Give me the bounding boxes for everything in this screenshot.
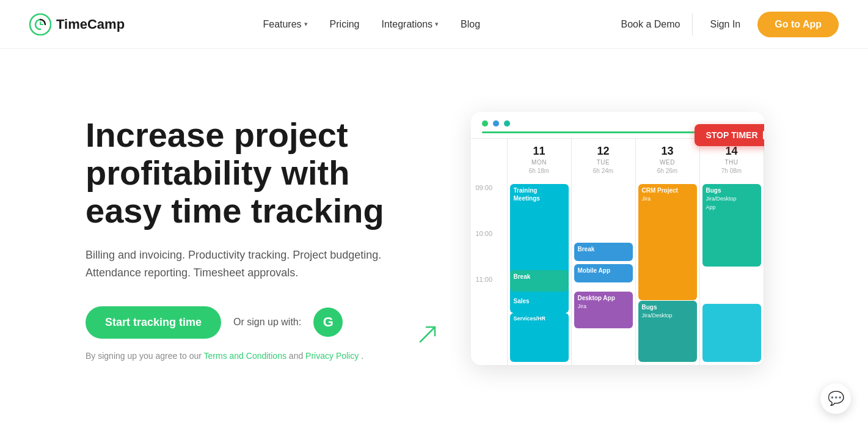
time-label-1100: 11:00 (471, 273, 507, 319)
cal-hours-11: 6h 18m (512, 166, 566, 175)
nav-features[interactable]: Features ▾ (254, 14, 316, 35)
timecamp-logo-icon (29, 13, 51, 35)
day-col-thu: BugsJira/DesktopApp (700, 182, 764, 365)
time-label-1000: 10:00 (471, 227, 507, 273)
day-col-wed: CRM ProjectJira BugsJira/Desktop (636, 182, 700, 365)
nav-pricing[interactable]: Pricing (321, 14, 368, 35)
day-col-mon: TrainingMeetings Break Sales Services/HR (508, 182, 572, 365)
navbar-actions: Book a Demo Sign In Go to App (619, 12, 839, 37)
event-bugs-thu-bottom (702, 304, 761, 362)
cal-empty-header (471, 139, 508, 182)
time-label-1200 (471, 319, 507, 365)
stop-icon (763, 131, 764, 139)
cal-day-num-11: 11 (512, 145, 566, 158)
cal-day-11: 11 MON 6h 18m (508, 139, 572, 182)
hero-headline: Increase project profitability with easy… (86, 116, 428, 229)
cal-hours-14: 7h 08m (705, 166, 759, 175)
calendar-body: 09:00 10:00 11:00 TrainingMeetings Break… (471, 182, 764, 365)
cal-day-name-14: THU (724, 159, 738, 166)
or-sign-up-label: Or sign up with: (233, 317, 301, 328)
nav-integrations[interactable]: Integrations ▾ (373, 14, 448, 35)
event-bugs-wed: BugsJira/Desktop (638, 301, 697, 362)
cal-day-13: 13 WED 6h 26m (636, 139, 700, 182)
dot-teal (504, 120, 510, 127)
logo[interactable]: TimeCamp (29, 13, 125, 35)
cal-day-name-13: WED (660, 159, 675, 166)
event-bugs-thu-top: BugsJira/DesktopApp (702, 184, 761, 267)
svg-line-1 (420, 327, 435, 342)
features-chevron-icon: ▾ (304, 20, 308, 28)
event-services-hr: Services/HR (510, 313, 569, 362)
integrations-chevron-icon: ▾ (435, 20, 439, 28)
terms-link[interactable]: Terms and Conditions (204, 351, 286, 361)
navbar: TimeCamp Features ▾ Pricing Integrations… (0, 0, 868, 49)
hero-left: Increase project profitability with easy… (86, 116, 428, 360)
hero-subtext: Billing and invoicing. Productivity trac… (86, 246, 428, 282)
cal-day-num-13: 13 (641, 145, 695, 158)
nav-divider (692, 13, 693, 35)
chat-bubble-button[interactable]: 💬 (820, 383, 851, 414)
sign-in-button[interactable]: Sign In (702, 14, 748, 35)
main-nav: Features ▾ Pricing Integrations ▾ Blog (254, 14, 489, 35)
event-break-mon: Break (510, 270, 569, 292)
time-label-900: 09:00 (471, 182, 507, 227)
stop-timer-button[interactable]: STOP TIMER (695, 124, 764, 146)
google-icon: G (323, 314, 334, 330)
go-to-app-button[interactable]: Go to App (757, 12, 839, 37)
event-break-tue: Break (574, 243, 633, 261)
deco-arrow-icon (415, 322, 440, 347)
google-signup-button[interactable]: G (313, 308, 343, 337)
event-desktop-app: Desktop AppJira (574, 292, 633, 328)
chat-icon: 💬 (828, 391, 844, 407)
terms-text: By signing up you agree to our Terms and… (86, 351, 428, 361)
calendar-card: 11 MON 6h 18m 12 TUE 6h 24m 13 WED 6h 26… (471, 112, 764, 365)
start-tracking-button[interactable]: Start tracking time (86, 306, 221, 339)
cal-day-name-12: TUE (597, 159, 610, 166)
hero-right: 11 MON 6h 18m 12 TUE 6h 24m 13 WED 6h 26… (428, 112, 807, 365)
cal-day-name-11: MON (531, 159, 547, 166)
cal-hours-12: 6h 24m (577, 166, 630, 175)
logo-text: TimeCamp (56, 17, 125, 32)
nav-blog[interactable]: Blog (452, 14, 489, 35)
hero-cta-row: Start tracking time Or sign up with: G (86, 306, 428, 339)
event-crm-project: CRM ProjectJira (638, 184, 697, 300)
event-mobile-app: Mobile App (574, 264, 633, 282)
hero-section: Increase project profitability with easy… (0, 49, 868, 428)
cal-day-12: 12 TUE 6h 24m (572, 139, 636, 182)
dot-blue (493, 120, 499, 127)
dot-green (482, 120, 488, 127)
cal-hours-13: 6h 26m (641, 166, 695, 175)
cal-day-num-12: 12 (577, 145, 630, 158)
cal-day-num-14: 14 (705, 145, 759, 158)
event-sales: Sales (510, 295, 569, 313)
day-col-tue: Break Mobile App Desktop AppJira (572, 182, 636, 365)
time-column: 09:00 10:00 11:00 (471, 182, 508, 365)
book-demo-button[interactable]: Book a Demo (619, 14, 683, 35)
stop-timer-label: STOP TIMER (706, 130, 757, 140)
privacy-link[interactable]: Privacy Policy (305, 351, 359, 361)
